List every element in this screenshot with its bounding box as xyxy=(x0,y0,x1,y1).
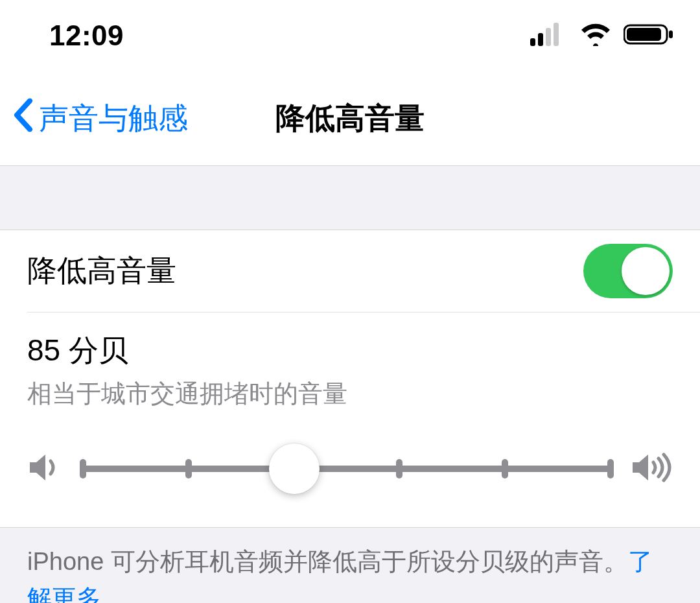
decibel-description: 相当于城市交通拥堵时的音量 xyxy=(27,377,673,410)
speaker-high-icon xyxy=(630,451,673,487)
battery-icon xyxy=(624,23,674,49)
svg-rect-2 xyxy=(546,28,551,46)
reduce-loud-sounds-row: 降低高音量 xyxy=(0,230,700,312)
status-icons xyxy=(530,23,674,49)
decibel-slider-row xyxy=(0,416,700,528)
footer-text: iPhone 可分析耳机音频并降低高于所设分贝级的声音。 xyxy=(27,548,628,575)
slider-tick xyxy=(502,459,508,479)
reduce-loud-sounds-toggle[interactable] xyxy=(583,244,673,298)
svg-rect-1 xyxy=(538,33,543,46)
cellular-icon xyxy=(530,23,568,49)
decibel-value: 85 分贝 xyxy=(27,331,673,371)
decibel-row: 85 分贝 相当于城市交通拥堵时的音量 xyxy=(0,313,700,416)
back-button[interactable]: 声音与触感 xyxy=(12,98,188,139)
slider-tick xyxy=(396,459,402,479)
decibel-slider[interactable] xyxy=(83,445,611,492)
status-time: 12:09 xyxy=(49,19,124,52)
svg-rect-7 xyxy=(669,30,673,38)
svg-rect-6 xyxy=(627,28,661,41)
slider-track xyxy=(83,466,611,472)
back-label: 声音与触感 xyxy=(39,99,188,139)
svg-rect-3 xyxy=(554,23,559,46)
status-bar: 12:09 xyxy=(0,0,700,71)
slider-tick xyxy=(80,459,86,479)
slider-tick xyxy=(185,459,192,479)
svg-rect-0 xyxy=(530,38,535,46)
settings-group: 降低高音量 85 分贝 相当于城市交通拥堵时的音量 xyxy=(0,230,700,528)
chevron-left-icon xyxy=(12,98,34,139)
speaker-low-icon xyxy=(27,451,64,487)
slider-tick xyxy=(607,459,614,479)
wifi-icon xyxy=(579,23,612,49)
section-spacer xyxy=(0,166,700,230)
page-title: 降低高音量 xyxy=(275,99,425,139)
toggle-knob xyxy=(622,247,670,295)
footer-note: iPhone 可分析耳机音频并降低高于所设分贝级的声音。了解更多… xyxy=(0,528,700,603)
reduce-loud-sounds-label: 降低高音量 xyxy=(27,251,176,291)
slider-thumb[interactable] xyxy=(269,443,320,494)
nav-bar: 声音与触感 降低高音量 xyxy=(0,71,700,166)
